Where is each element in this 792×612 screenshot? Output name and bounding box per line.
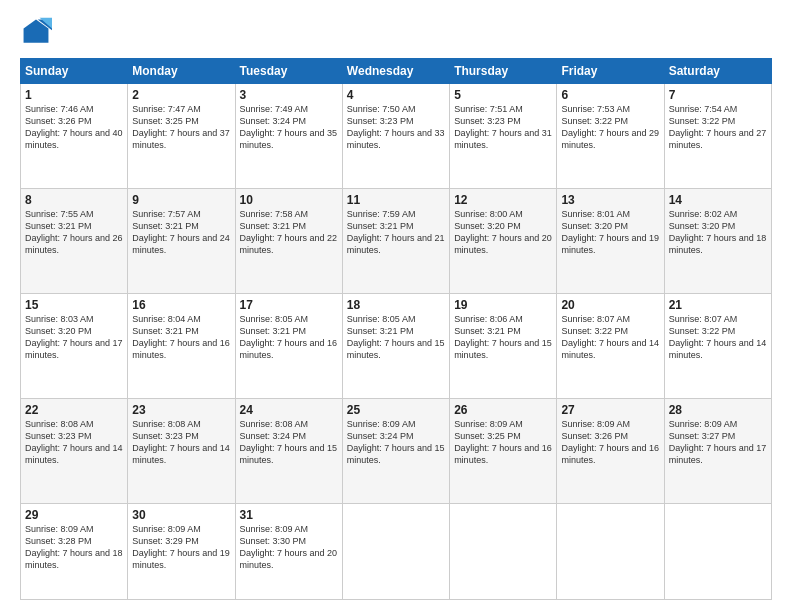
calendar-header-monday: Monday [128,59,235,84]
calendar-header-thursday: Thursday [450,59,557,84]
calendar-cell: 6Sunrise: 7:53 AMSunset: 3:22 PMDaylight… [557,84,664,189]
day-number: 7 [669,88,767,102]
calendar-cell: 19Sunrise: 8:06 AMSunset: 3:21 PMDayligh… [450,293,557,398]
day-info: Sunrise: 8:07 AMSunset: 3:22 PMDaylight:… [561,313,659,362]
day-number: 24 [240,403,338,417]
day-info: Sunrise: 8:03 AMSunset: 3:20 PMDaylight:… [25,313,123,362]
calendar-cell: 13Sunrise: 8:01 AMSunset: 3:20 PMDayligh… [557,188,664,293]
calendar-cell: 24Sunrise: 8:08 AMSunset: 3:24 PMDayligh… [235,398,342,503]
day-info: Sunrise: 7:53 AMSunset: 3:22 PMDaylight:… [561,103,659,152]
calendar-cell: 4Sunrise: 7:50 AMSunset: 3:23 PMDaylight… [342,84,449,189]
day-number: 26 [454,403,552,417]
day-info: Sunrise: 8:09 AMSunset: 3:25 PMDaylight:… [454,418,552,467]
calendar-cell: 2Sunrise: 7:47 AMSunset: 3:25 PMDaylight… [128,84,235,189]
calendar-cell: 11Sunrise: 7:59 AMSunset: 3:21 PMDayligh… [342,188,449,293]
calendar-cell: 26Sunrise: 8:09 AMSunset: 3:25 PMDayligh… [450,398,557,503]
day-number: 19 [454,298,552,312]
day-number: 29 [25,508,123,522]
day-number: 20 [561,298,659,312]
calendar-cell: 25Sunrise: 8:09 AMSunset: 3:24 PMDayligh… [342,398,449,503]
calendar-cell: 29Sunrise: 8:09 AMSunset: 3:28 PMDayligh… [21,503,128,599]
day-info: Sunrise: 7:50 AMSunset: 3:23 PMDaylight:… [347,103,445,152]
day-info: Sunrise: 7:47 AMSunset: 3:25 PMDaylight:… [132,103,230,152]
day-number: 2 [132,88,230,102]
day-info: Sunrise: 8:05 AMSunset: 3:21 PMDaylight:… [347,313,445,362]
calendar-cell: 23Sunrise: 8:08 AMSunset: 3:23 PMDayligh… [128,398,235,503]
day-number: 23 [132,403,230,417]
calendar-cell [450,503,557,599]
day-info: Sunrise: 7:54 AMSunset: 3:22 PMDaylight:… [669,103,767,152]
day-number: 6 [561,88,659,102]
day-number: 25 [347,403,445,417]
day-number: 1 [25,88,123,102]
calendar-cell: 28Sunrise: 8:09 AMSunset: 3:27 PMDayligh… [664,398,771,503]
day-number: 9 [132,193,230,207]
day-number: 3 [240,88,338,102]
day-number: 22 [25,403,123,417]
day-info: Sunrise: 7:55 AMSunset: 3:21 PMDaylight:… [25,208,123,257]
day-number: 21 [669,298,767,312]
calendar-cell: 18Sunrise: 8:05 AMSunset: 3:21 PMDayligh… [342,293,449,398]
calendar-cell: 15Sunrise: 8:03 AMSunset: 3:20 PMDayligh… [21,293,128,398]
day-number: 30 [132,508,230,522]
calendar-header-saturday: Saturday [664,59,771,84]
day-info: Sunrise: 7:49 AMSunset: 3:24 PMDaylight:… [240,103,338,152]
page: SundayMondayTuesdayWednesdayThursdayFrid… [0,0,792,612]
day-info: Sunrise: 8:01 AMSunset: 3:20 PMDaylight:… [561,208,659,257]
day-number: 8 [25,193,123,207]
day-number: 17 [240,298,338,312]
calendar-cell: 3Sunrise: 7:49 AMSunset: 3:24 PMDaylight… [235,84,342,189]
day-info: Sunrise: 8:05 AMSunset: 3:21 PMDaylight:… [240,313,338,362]
day-info: Sunrise: 8:09 AMSunset: 3:30 PMDaylight:… [240,523,338,572]
day-number: 11 [347,193,445,207]
day-number: 10 [240,193,338,207]
day-info: Sunrise: 8:09 AMSunset: 3:29 PMDaylight:… [132,523,230,572]
day-info: Sunrise: 8:00 AMSunset: 3:20 PMDaylight:… [454,208,552,257]
calendar-cell [557,503,664,599]
day-info: Sunrise: 8:08 AMSunset: 3:24 PMDaylight:… [240,418,338,467]
day-info: Sunrise: 7:51 AMSunset: 3:23 PMDaylight:… [454,103,552,152]
day-number: 27 [561,403,659,417]
day-info: Sunrise: 8:02 AMSunset: 3:20 PMDaylight:… [669,208,767,257]
calendar-cell: 8Sunrise: 7:55 AMSunset: 3:21 PMDaylight… [21,188,128,293]
calendar-week-row: 1Sunrise: 7:46 AMSunset: 3:26 PMDaylight… [21,84,772,189]
calendar-cell: 9Sunrise: 7:57 AMSunset: 3:21 PMDaylight… [128,188,235,293]
day-number: 5 [454,88,552,102]
calendar-cell: 20Sunrise: 8:07 AMSunset: 3:22 PMDayligh… [557,293,664,398]
day-info: Sunrise: 7:59 AMSunset: 3:21 PMDaylight:… [347,208,445,257]
calendar-week-row: 29Sunrise: 8:09 AMSunset: 3:28 PMDayligh… [21,503,772,599]
calendar-cell [664,503,771,599]
day-number: 14 [669,193,767,207]
day-info: Sunrise: 7:57 AMSunset: 3:21 PMDaylight:… [132,208,230,257]
day-info: Sunrise: 8:04 AMSunset: 3:21 PMDaylight:… [132,313,230,362]
calendar-cell: 5Sunrise: 7:51 AMSunset: 3:23 PMDaylight… [450,84,557,189]
day-info: Sunrise: 8:09 AMSunset: 3:26 PMDaylight:… [561,418,659,467]
calendar-table: SundayMondayTuesdayWednesdayThursdayFrid… [20,58,772,600]
day-info: Sunrise: 8:09 AMSunset: 3:24 PMDaylight:… [347,418,445,467]
day-number: 18 [347,298,445,312]
day-number: 4 [347,88,445,102]
day-info: Sunrise: 8:08 AMSunset: 3:23 PMDaylight:… [132,418,230,467]
day-info: Sunrise: 8:08 AMSunset: 3:23 PMDaylight:… [25,418,123,467]
calendar-cell: 12Sunrise: 8:00 AMSunset: 3:20 PMDayligh… [450,188,557,293]
calendar-cell: 1Sunrise: 7:46 AMSunset: 3:26 PMDaylight… [21,84,128,189]
calendar-cell: 31Sunrise: 8:09 AMSunset: 3:30 PMDayligh… [235,503,342,599]
calendar-cell: 21Sunrise: 8:07 AMSunset: 3:22 PMDayligh… [664,293,771,398]
day-number: 12 [454,193,552,207]
day-info: Sunrise: 8:09 AMSunset: 3:28 PMDaylight:… [25,523,123,572]
calendar-header-row: SundayMondayTuesdayWednesdayThursdayFrid… [21,59,772,84]
day-info: Sunrise: 7:58 AMSunset: 3:21 PMDaylight:… [240,208,338,257]
calendar-cell: 10Sunrise: 7:58 AMSunset: 3:21 PMDayligh… [235,188,342,293]
day-number: 15 [25,298,123,312]
logo-icon [20,16,52,48]
calendar-week-row: 15Sunrise: 8:03 AMSunset: 3:20 PMDayligh… [21,293,772,398]
day-info: Sunrise: 8:07 AMSunset: 3:22 PMDaylight:… [669,313,767,362]
header [20,16,772,48]
day-number: 13 [561,193,659,207]
calendar-header-tuesday: Tuesday [235,59,342,84]
calendar-cell: 7Sunrise: 7:54 AMSunset: 3:22 PMDaylight… [664,84,771,189]
calendar-cell: 30Sunrise: 8:09 AMSunset: 3:29 PMDayligh… [128,503,235,599]
day-number: 31 [240,508,338,522]
day-number: 16 [132,298,230,312]
calendar-week-row: 8Sunrise: 7:55 AMSunset: 3:21 PMDaylight… [21,188,772,293]
